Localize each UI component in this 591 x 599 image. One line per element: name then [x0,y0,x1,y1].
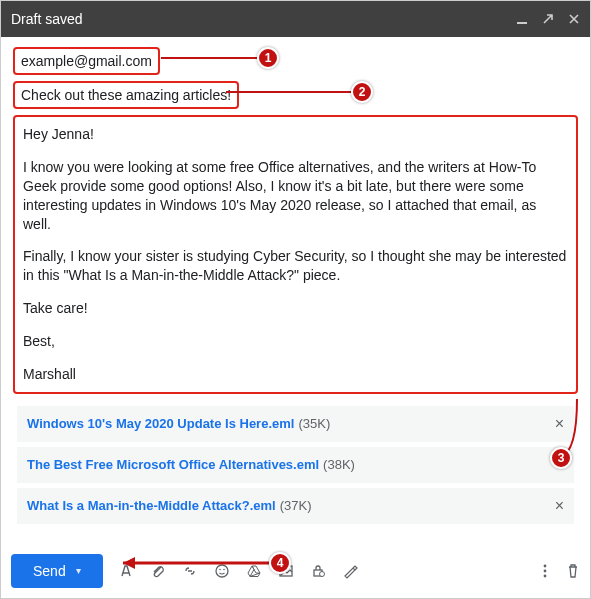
callout-1: 1 [257,47,279,69]
insert-drive-icon[interactable] [245,562,263,580]
svg-point-10 [544,575,547,578]
more-options-icon[interactable] [538,563,552,579]
attachment-name: What Is a Man-in-the-Middle Attack?.eml [27,498,276,513]
callout-3: 3 [550,447,572,469]
attachment-size: (38K) [323,457,355,472]
to-field[interactable]: example@gmail.com [13,47,160,75]
recipient-chip[interactable]: example@gmail.com [21,53,152,69]
attachment-size: (35K) [298,416,330,431]
attachment-item[interactable]: The Best Free Microsoft Office Alternati… [17,447,574,483]
svg-point-1 [216,565,228,577]
callout-4: 4 [269,552,291,574]
svg-point-3 [223,569,225,571]
attachment-name: The Best Free Microsoft Office Alternati… [27,457,319,472]
formatting-icon[interactable] [117,562,135,580]
subject-text: Check out these amazing articles! [21,87,231,103]
close-icon[interactable] [568,13,580,25]
callout-2: 2 [351,81,373,103]
window-controls [516,13,580,25]
svg-rect-0 [517,22,527,24]
body-paragraph: Hey Jenna! [23,125,568,144]
svg-point-9 [544,570,547,573]
attachment-item[interactable]: What Is a Man-in-the-Middle Attack?.eml … [17,488,574,524]
compose-footer: Send ▾ [1,548,590,598]
svg-point-7 [319,571,324,576]
svg-point-8 [544,565,547,568]
insert-link-icon[interactable] [181,562,199,580]
attachments-list: Windows 10's May 2020 Update Is Here.eml… [17,406,574,524]
body-paragraph: Take care! [23,299,568,318]
insert-signature-icon[interactable] [341,562,359,580]
attachment-item[interactable]: Windows 10's May 2020 Update Is Here.eml… [17,406,574,442]
svg-point-2 [219,569,221,571]
body-paragraph: I know you were looking at some free Off… [23,158,568,234]
compose-header: Draft saved [1,1,590,37]
attachment-size: (37K) [280,498,312,513]
attach-file-icon[interactable] [149,562,167,580]
send-more-chevron-icon[interactable]: ▾ [76,565,81,576]
remove-attachment-icon[interactable]: × [555,415,564,433]
footer-right [538,563,580,579]
header-title: Draft saved [11,11,516,27]
discard-draft-icon[interactable] [566,563,580,579]
insert-emoji-icon[interactable] [213,562,231,580]
compose-body: example@gmail.com Check out these amazin… [1,37,590,548]
confidential-mode-icon[interactable] [309,562,327,580]
body-paragraph: Finally, I know your sister is studying … [23,247,568,285]
body-paragraph: Marshall [23,365,568,384]
minimize-icon[interactable] [516,13,528,25]
body-paragraph: Best, [23,332,568,351]
popout-icon[interactable] [542,13,554,25]
attachment-name: Windows 10's May 2020 Update Is Here.eml [27,416,294,431]
send-button[interactable]: Send ▾ [11,554,103,588]
subject-field[interactable]: Check out these amazing articles! [13,81,239,109]
formatting-toolbar [117,562,359,580]
message-body[interactable]: Hey Jenna! I know you were looking at so… [13,115,578,394]
remove-attachment-icon[interactable]: × [555,497,564,515]
send-button-label: Send [33,563,66,579]
